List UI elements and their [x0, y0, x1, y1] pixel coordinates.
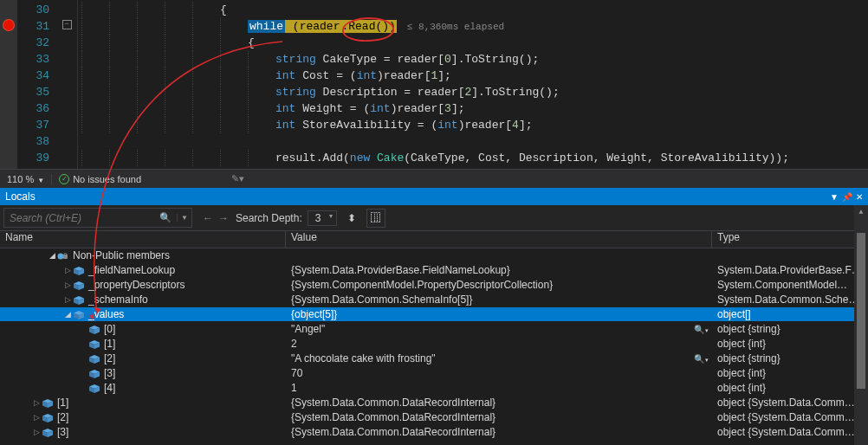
tree-row[interactable]: [2]"A chocolate cake with frosting"🔍▾obj… — [0, 351, 868, 366]
expander-icon[interactable]: ▷ — [31, 398, 42, 407]
search-box[interactable]: 🔍 ▼ — [3, 208, 192, 228]
locals-grid-header[interactable]: Name Value Type — [0, 231, 868, 248]
svg-point-0 — [58, 254, 64, 260]
column-header-type[interactable]: Type — [712, 231, 868, 248]
tree-row[interactable]: ◢Non-Public members — [0, 248, 868, 263]
variable-name: _values — [88, 308, 124, 320]
expander-icon[interactable]: ◢ — [62, 310, 73, 319]
highlight-brush-icon[interactable]: ✎▾ — [231, 173, 244, 184]
variable-name: [3] — [104, 367, 115, 379]
fold-toggle-icon[interactable]: − — [62, 20, 72, 29]
expander-icon[interactable]: ▷ — [31, 428, 42, 436]
variable-type: object {int} — [712, 338, 868, 350]
tree-row[interactable]: ▷_schemaInfo{System.Data.Common.SchemaIn… — [0, 293, 868, 307]
field-icon — [88, 369, 100, 377]
tree-row[interactable]: ◢_values{object[5]}object[] — [0, 307, 868, 322]
breakpoint-icon[interactable] — [3, 19, 15, 31]
variable-name: _schemaInfo — [88, 293, 148, 306]
column-header-name[interactable]: Name — [0, 231, 286, 248]
variable-name: _propertyDescriptors — [88, 279, 185, 291]
tree-row[interactable]: ▷[1]{System.Data.Common.DataRecordIntern… — [0, 396, 868, 410]
nav-back-icon[interactable]: ← — [203, 212, 213, 224]
variable-value[interactable]: 1 — [286, 382, 712, 394]
column-header-value[interactable]: Value — [286, 231, 712, 248]
line-number: 34 — [17, 68, 49, 84]
code-editor[interactable]: 30 31 32 33 34 35 36 37 38 39 − { while … — [0, 0, 868, 169]
breakpoint-gutter[interactable] — [0, 0, 17, 169]
variable-value[interactable]: {System.Data.Common.DataRecordInternal} — [286, 397, 712, 409]
close-icon[interactable]: ✕ — [856, 192, 863, 202]
line-number: 39 — [17, 150, 49, 166]
field-icon — [88, 339, 100, 348]
variable-name: [1] — [57, 397, 68, 409]
tree-row[interactable]: ▷_propertyDescriptors{System.ComponentMo… — [0, 278, 868, 293]
tree-row[interactable]: ▷_fieldNameLookup{System.Data.ProviderBa… — [0, 263, 868, 278]
field-icon — [42, 413, 54, 422]
check-icon: ✓ — [59, 174, 69, 184]
locals-tree[interactable]: ◢Non-Public members▷_fieldNameLookup{Sys… — [0, 248, 868, 445]
expander-icon[interactable]: ▷ — [62, 281, 73, 289]
tree-row[interactable]: [0]"Angel"🔍▾object {string} — [0, 322, 868, 337]
tree-row[interactable]: ▷[2]{System.Data.Common.DataRecordIntern… — [0, 410, 868, 425]
toolbar-button-2[interactable]: ⿲ — [366, 209, 385, 228]
nav-forward-icon[interactable]: → — [218, 212, 229, 224]
variable-name: Non-Public members — [73, 249, 170, 261]
variable-value[interactable]: "Angel"🔍▾ — [286, 323, 712, 335]
scroll-up-icon[interactable]: ▲ — [854, 205, 868, 219]
search-depth-dropdown[interactable]: 3 — [308, 210, 338, 226]
variable-name: [0] — [104, 323, 115, 335]
field-icon — [42, 428, 54, 436]
variable-value[interactable]: {System.ComponentModel.PropertyDescripto… — [286, 279, 712, 291]
expander-icon[interactable]: ▷ — [62, 266, 73, 274]
variable-value[interactable]: 70 — [286, 367, 712, 379]
search-input[interactable] — [4, 212, 154, 224]
line-number: 31 — [17, 18, 49, 35]
variable-value[interactable]: 2 — [286, 338, 712, 350]
fold-gutter[interactable]: − — [56, 0, 78, 169]
expander-icon[interactable]: ▷ — [31, 413, 42, 422]
line-number: 32 — [17, 35, 49, 51]
variable-type: object {int} — [712, 367, 868, 379]
variable-value[interactable]: "A chocolate cake with frosting"🔍▾ — [286, 352, 712, 364]
scrollbar-thumb[interactable] — [857, 233, 865, 389]
variable-value[interactable]: {System.Data.Common.SchemaInfo[5]} — [286, 293, 712, 306]
tree-row[interactable]: [3]70object {int} — [0, 366, 868, 381]
variable-type: object {string} — [712, 323, 868, 335]
variable-type: System.ComponentModel… — [712, 279, 868, 291]
window-dropdown-icon[interactable]: ▼ — [830, 192, 839, 202]
search-icon[interactable]: 🔍 — [154, 212, 177, 223]
expander-icon[interactable]: ◢ — [47, 251, 57, 260]
locals-toolbar: 🔍 ▼ ← → Search Depth: 3 ⬍ ⿲ — [0, 205, 868, 231]
variable-value[interactable]: {System.Data.ProviderBase.FieldNameLooku… — [286, 264, 712, 276]
zoom-dropdown[interactable]: 110 %▼ — [0, 174, 52, 184]
line-number: 37 — [17, 117, 49, 133]
visualizer-icon[interactable]: 🔍▾ — [694, 354, 709, 364]
perf-tip[interactable]: ≤ 8,360ms elapsed — [407, 22, 504, 32]
variable-name: [2] — [57, 411, 68, 423]
issues-indicator[interactable]: ✓ No issues found — [52, 174, 148, 184]
line-number: 38 — [17, 133, 49, 150]
variable-value[interactable]: {System.Data.Common.DataRecordInternal} — [286, 426, 712, 438]
variable-type: object {System.Data.Comm… — [712, 426, 868, 438]
variable-value[interactable]: {System.Data.Common.DataRecordInternal} — [286, 411, 712, 423]
variable-name: [4] — [104, 382, 115, 394]
variable-type: object {System.Data.Comm… — [712, 411, 868, 423]
variable-type: object[] — [712, 308, 868, 320]
search-options-dropdown[interactable]: ▼ — [177, 214, 191, 222]
locals-panel-header[interactable]: Locals ▼ 📌 ✕ — [0, 188, 868, 205]
tree-row[interactable]: ▷[3]{System.Data.Common.DataRecordIntern… — [0, 425, 868, 440]
variable-type: object {string} — [712, 352, 868, 364]
variable-name: [3] — [57, 426, 68, 438]
editor-status-bar: 110 %▼ ✓ No issues found ✎▾ — [0, 169, 868, 188]
variable-value[interactable]: {object[5]} — [286, 308, 712, 320]
toolbar-button-1[interactable]: ⬍ — [342, 209, 361, 228]
vertical-scrollbar[interactable]: ▲ — [854, 205, 868, 445]
panel-title: Locals — [5, 190, 830, 203]
expander-icon[interactable]: ▷ — [62, 295, 73, 304]
visualizer-icon[interactable]: 🔍▾ — [694, 325, 709, 334]
tree-row[interactable]: [1]2object {int} — [0, 337, 868, 351]
pin-icon[interactable]: 📌 — [842, 192, 852, 202]
variable-name: [1] — [104, 338, 115, 350]
code-area[interactable]: { while (reader.Read())≤ 8,360ms elapsed… — [78, 0, 868, 169]
tree-row[interactable]: [4]1object {int} — [0, 381, 868, 396]
